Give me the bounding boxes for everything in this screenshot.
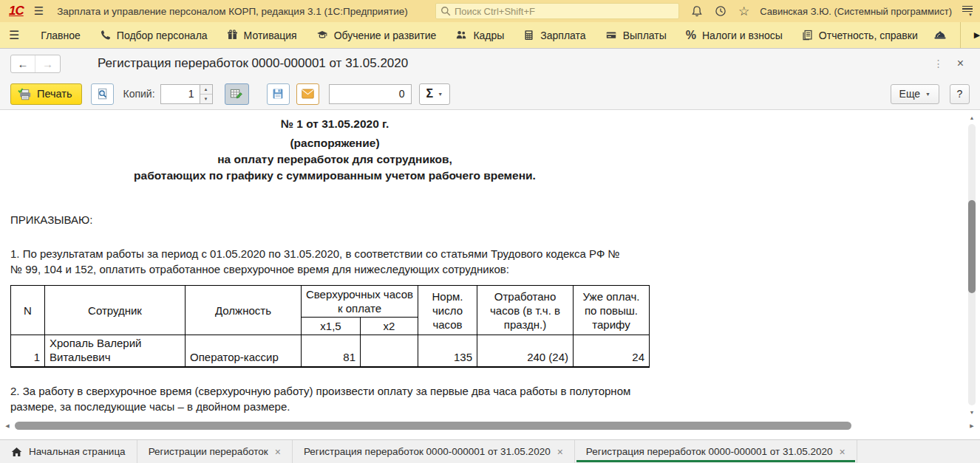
doc-header-line2: (распоряжение) bbox=[10, 135, 659, 151]
graduation-cap-icon bbox=[316, 30, 328, 41]
forward-button[interactable]: → bbox=[35, 55, 60, 72]
search-input[interactable] bbox=[455, 6, 674, 17]
copies-spin-arrows: ▲ ▼ bbox=[200, 84, 213, 104]
tab-label: Регистрации переработок bbox=[149, 446, 268, 457]
menubar-divider bbox=[960, 22, 961, 48]
history-nav-group: ← → bbox=[10, 55, 61, 73]
vertical-scrollbar[interactable]: ▲ ▼ bbox=[966, 112, 978, 417]
vertical-scroll-track[interactable] bbox=[968, 124, 976, 405]
section-label: Налоги и взносы bbox=[702, 30, 783, 41]
col-header-overtime-group: Сверхурочных часов к оплате bbox=[302, 286, 418, 318]
section-label: Кадры bbox=[473, 30, 504, 41]
printer-icon bbox=[18, 88, 32, 100]
section-obuchenie[interactable]: Обучение и развитие bbox=[307, 22, 446, 48]
print-button-label: Печать bbox=[37, 88, 72, 100]
send-email-button[interactable] bbox=[296, 83, 319, 105]
tab-registration-document[interactable]: Регистрация переработок 0000-000001 от 3… bbox=[293, 440, 575, 463]
search-icon bbox=[440, 6, 451, 16]
autosum-button[interactable]: Σ ▼ bbox=[419, 83, 451, 105]
more-button-label: Еще bbox=[899, 88, 921, 100]
col-header-norm-hours: Норм. число часов bbox=[418, 286, 477, 335]
cell-norm-hours: 135 bbox=[418, 335, 477, 368]
save-button[interactable] bbox=[267, 83, 290, 105]
sigma-dropdown-icon: ▼ bbox=[438, 92, 443, 97]
tab-home[interactable]: Начальная страница bbox=[0, 440, 137, 463]
back-button[interactable]: ← bbox=[11, 55, 35, 72]
copies-input[interactable] bbox=[160, 84, 200, 104]
hard-hat-icon[interactable] bbox=[928, 30, 953, 41]
scroll-down-icon[interactable]: ▼ bbox=[966, 407, 978, 417]
cell-already-paid: 24 bbox=[574, 335, 650, 368]
titlebar-settings-icon[interactable]: ▼ bbox=[962, 6, 973, 17]
payment-card-icon bbox=[605, 30, 617, 41]
paragraph-2: 2. За работу в сверхурочное время (сверх… bbox=[10, 383, 643, 414]
tab-close-icon[interactable]: × bbox=[275, 446, 281, 458]
notifications-bell-icon[interactable] bbox=[691, 5, 703, 17]
section-label: Зарплата bbox=[540, 30, 585, 41]
section-otchetnost[interactable]: Отчетность, справки bbox=[792, 22, 928, 48]
table-row: 1 Хропаль Валерий Витальевич Оператор-ка… bbox=[11, 335, 650, 368]
horizontal-scroll-track[interactable] bbox=[13, 422, 964, 430]
1c-logo: 1С bbox=[9, 4, 24, 18]
section-glavnoe[interactable]: Главное bbox=[31, 22, 90, 48]
horizontal-scrollbar[interactable]: ◀ ▶ bbox=[2, 420, 964, 431]
edit-table-button[interactable] bbox=[225, 83, 249, 105]
global-search[interactable] bbox=[435, 3, 679, 19]
tab-label: Начальная страница bbox=[29, 446, 126, 457]
sum-field[interactable] bbox=[329, 84, 412, 104]
section-label: Выплаты bbox=[623, 30, 667, 41]
open-windows-bar: Начальная страница Регистрации переработ… bbox=[0, 439, 980, 463]
section-vyplaty[interactable]: Выплаты bbox=[596, 22, 676, 48]
section-label: Отчетность, справки bbox=[819, 30, 918, 41]
tab-close-icon[interactable]: × bbox=[557, 446, 563, 458]
more-dropdown-icon: ▼ bbox=[925, 92, 930, 97]
spin-down-icon[interactable]: ▼ bbox=[200, 95, 212, 103]
form-more-menu-icon[interactable]: ⋮ bbox=[926, 58, 951, 69]
app-title: Зарплата и управление персоналом КОРП, р… bbox=[57, 6, 407, 17]
sections-menu-icon[interactable]: ☰ bbox=[9, 28, 19, 42]
menubar-right: ▶ bbox=[928, 22, 980, 48]
help-button[interactable]: ? bbox=[950, 84, 970, 104]
overtime-table: N Сотрудник Должность Сверхурочных часов… bbox=[10, 285, 650, 368]
print-button[interactable]: Печать bbox=[10, 83, 82, 105]
sections-panel: ☰ Главное Подбор персонала Мотивация Обу… bbox=[0, 22, 980, 49]
section-label: Мотивация bbox=[244, 30, 297, 41]
section-label: Подбор персонала bbox=[117, 30, 208, 41]
sigma-icon: Σ bbox=[426, 88, 434, 100]
more-button[interactable]: Еще ▼ bbox=[891, 84, 939, 104]
form-header-row: ← → Регистрация переработок 0000-000001 … bbox=[0, 49, 980, 78]
scroll-right-icon[interactable]: ▶ bbox=[967, 420, 977, 431]
horizontal-scroll-thumb[interactable] bbox=[15, 422, 851, 430]
tab-registration-document-print[interactable]: Регистрация переработок 0000-000001 от 3… bbox=[575, 440, 857, 463]
history-icon[interactable] bbox=[715, 5, 727, 17]
vertical-scroll-thumb[interactable] bbox=[968, 200, 976, 293]
main-menu-icon[interactable]: ☰ bbox=[34, 4, 44, 18]
section-motivaciya[interactable]: Мотивация bbox=[217, 22, 307, 48]
cell-employee: Хропаль Валерий Витальевич bbox=[45, 335, 186, 368]
section-zarplata[interactable]: Зарплата bbox=[514, 22, 595, 48]
phone-icon bbox=[100, 30, 111, 41]
section-kadry[interactable]: Кадры bbox=[446, 22, 514, 48]
sections-overflow-icon[interactable]: ▶ bbox=[967, 30, 980, 40]
cell-worked-hours: 240 (24) bbox=[477, 335, 574, 368]
spin-up-icon[interactable]: ▲ bbox=[200, 85, 212, 95]
tab-label: Регистрация переработок 0000-000001 от 3… bbox=[304, 446, 551, 457]
favorites-star-icon[interactable]: ☆ bbox=[738, 4, 749, 19]
scroll-left-icon[interactable]: ◀ bbox=[2, 420, 13, 431]
section-nalogi[interactable]: % Налоги и взносы bbox=[676, 22, 792, 48]
floppy-disk-icon bbox=[272, 88, 284, 100]
print-preview-button[interactable] bbox=[91, 83, 114, 105]
current-user[interactable]: Савинская З.Ю. (Системный программист) bbox=[760, 6, 952, 17]
tab-registrations-list[interactable]: Регистрации переработок × bbox=[137, 440, 293, 463]
col-header-x15: х1,5 bbox=[302, 318, 361, 335]
copies-label: Копий: bbox=[123, 88, 155, 100]
settings-caret: ▼ bbox=[968, 13, 973, 16]
section-podbor-personala[interactable]: Подбор персонала bbox=[90, 22, 217, 48]
form-close-icon[interactable]: × bbox=[951, 57, 970, 70]
print-form-toolbar: Печать Копий: ▲ ▼ bbox=[0, 78, 980, 109]
cell-x2 bbox=[361, 335, 418, 368]
col-header-already-paid: Уже оплач. по повыш. тарифу bbox=[574, 286, 650, 335]
scroll-up-icon[interactable]: ▲ bbox=[966, 112, 978, 123]
cell-x15: 81 bbox=[302, 335, 361, 368]
tab-close-icon[interactable]: × bbox=[840, 446, 845, 458]
